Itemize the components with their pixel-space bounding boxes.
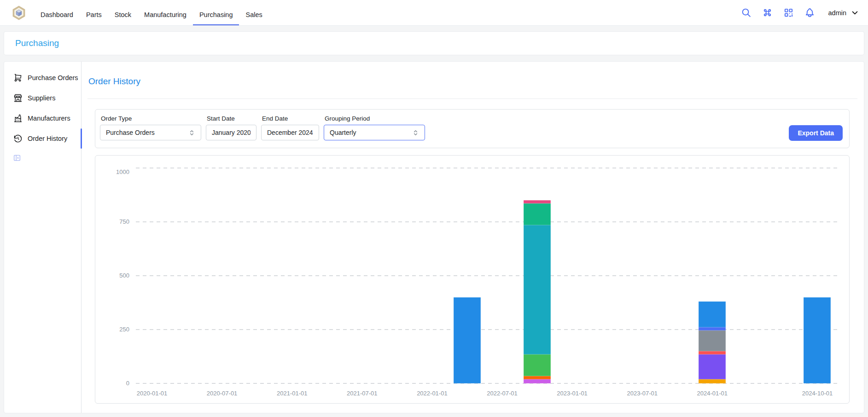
y-axis-tick: 1000	[95, 168, 129, 175]
bar-segment-green[interactable]	[524, 354, 551, 376]
bar-segment-orange[interactable]	[524, 376, 551, 379]
grouping-period-value: Quarterly	[330, 129, 356, 136]
selector-icon	[188, 129, 195, 136]
store-icon	[13, 93, 23, 103]
y-axis-tick: 750	[95, 218, 129, 225]
factory-icon	[13, 114, 23, 123]
x-axis-tick: 2020-07-01	[194, 390, 250, 397]
bar-segment-red[interactable]	[699, 351, 726, 354]
bar-segment-violet[interactable]	[699, 354, 726, 379]
x-axis-tick: 2024-01-01	[685, 390, 740, 397]
command-icon[interactable]	[762, 7, 773, 18]
tab-dashboard[interactable]: Dashboard	[34, 4, 80, 25]
tab-manufacturing[interactable]: Manufacturing	[138, 4, 193, 25]
start-date-input-wrap	[206, 125, 256, 140]
x-axis-tick: 2024-10-01	[790, 390, 845, 397]
content-area: Order History Order Type Purchase Orders…	[82, 62, 864, 413]
y-axis-tick: 500	[95, 272, 129, 279]
bell-icon[interactable]	[804, 7, 816, 18]
main-nav-tabs: DashboardPartsStockManufacturingPurchasi…	[34, 0, 269, 26]
gridline	[136, 383, 837, 384]
export-data-button[interactable]: Export Data	[789, 125, 843, 141]
order-type-field: Order Type Purchase Orders	[100, 115, 201, 140]
tab-purchasing[interactable]: Purchasing	[193, 4, 239, 25]
chevron-down-icon	[851, 9, 859, 17]
page-title: Order History	[88, 76, 857, 87]
gridline	[136, 168, 837, 168]
qrcode-scan-icon[interactable]	[783, 7, 794, 18]
user-menu[interactable]: admin	[828, 9, 859, 17]
app-logo-icon[interactable]	[11, 5, 27, 21]
x-axis-tick: 2021-01-01	[264, 390, 320, 397]
start-date-label: Start Date	[207, 115, 256, 122]
bar-segment-blue[interactable]	[804, 297, 831, 383]
bar-segment-amber[interactable]	[699, 379, 726, 383]
bar-segment-pink[interactable]	[524, 200, 551, 203]
grouping-period-label: Grouping Period	[325, 115, 425, 122]
username-label: admin	[828, 9, 847, 17]
order-type-select[interactable]: Purchase Orders	[100, 125, 201, 140]
top-navbar: DashboardPartsStockManufacturingPurchasi…	[0, 0, 868, 26]
x-axis-tick: 2023-01-01	[545, 390, 600, 397]
history-icon	[13, 134, 23, 143]
x-axis-tick: 2022-07-01	[475, 390, 530, 397]
sidebar-item-manufacturers[interactable]: Manufacturers	[4, 108, 81, 128]
gridline	[136, 275, 837, 276]
x-axis-tick: 2023-07-01	[615, 390, 670, 397]
x-axis-tick: 2021-07-01	[334, 390, 390, 397]
order-type-label: Order Type	[101, 115, 201, 122]
gridline	[136, 329, 837, 330]
grouping-period-field: Grouping Period Quarterly	[324, 115, 425, 140]
sidebar-active-indicator	[81, 128, 82, 149]
navbar-actions: admin	[741, 7, 859, 18]
tab-stock[interactable]: Stock	[108, 4, 138, 25]
search-icon[interactable]	[741, 7, 752, 18]
breadcrumb[interactable]: Purchasing	[15, 38, 59, 48]
tab-parts[interactable]: Parts	[80, 4, 108, 25]
sidebar-item-purchase-orders[interactable]: Purchase Orders	[4, 68, 81, 88]
order-history-chart: 025050075010002020-01-012020-07-012021-0…	[95, 155, 850, 404]
title-divider	[87, 98, 857, 99]
grouping-period-select[interactable]: Quarterly	[324, 125, 425, 140]
filter-bar: Order Type Purchase Orders Start Date En…	[95, 109, 850, 148]
cart-icon	[13, 73, 23, 82]
bar-segment-cyan[interactable]	[524, 225, 551, 354]
bar-segment-blue[interactable]	[454, 297, 481, 383]
end-date-input[interactable]	[267, 129, 313, 136]
bar-segment-indigo[interactable]	[699, 327, 726, 330]
bar-segment-emerald[interactable]	[524, 203, 551, 225]
tab-sales[interactable]: Sales	[239, 4, 268, 25]
start-date-input[interactable]	[212, 129, 250, 136]
sidebar: Purchase OrdersSuppliersManufacturersOrd…	[4, 62, 82, 413]
end-date-field: End Date	[261, 115, 319, 140]
end-date-label: End Date	[262, 115, 319, 122]
selector-icon	[412, 129, 419, 136]
bar-segment-gray[interactable]	[699, 330, 726, 351]
y-axis-tick: 250	[95, 326, 129, 333]
main-panel: Purchase OrdersSuppliersManufacturersOrd…	[4, 61, 864, 413]
breadcrumb-bar: Purchasing	[4, 31, 864, 55]
bar-segment-magenta[interactable]	[524, 379, 551, 383]
gridline	[136, 221, 837, 222]
start-date-field: Start Date	[206, 115, 256, 140]
x-axis-tick: 2022-01-01	[404, 390, 460, 397]
sidebar-item-suppliers[interactable]: Suppliers	[4, 88, 81, 108]
y-axis-tick: 0	[95, 380, 129, 387]
x-axis-tick: 2020-01-01	[124, 390, 180, 397]
sidebar-item-order-history[interactable]: Order History	[4, 128, 81, 149]
bar-segment-blue[interactable]	[699, 301, 726, 327]
sidebar-collapse-icon[interactable]	[13, 154, 21, 162]
end-date-input-wrap	[261, 125, 319, 140]
order-type-value: Purchase Orders	[106, 129, 155, 136]
